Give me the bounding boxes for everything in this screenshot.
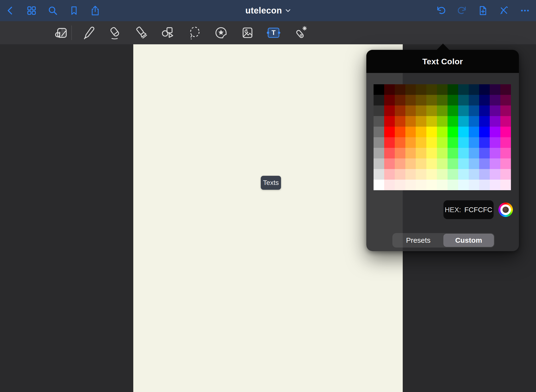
color-swatch[interactable] (426, 84, 437, 95)
laser-pointer-tool-button[interactable] (292, 24, 309, 41)
color-swatch[interactable] (374, 148, 384, 158)
color-swatch[interactable] (500, 169, 511, 180)
color-swatch[interactable] (490, 84, 500, 95)
bookmark-button[interactable] (67, 4, 81, 17)
color-swatch[interactable] (448, 148, 458, 158)
color-swatch[interactable] (416, 137, 426, 148)
color-swatch[interactable] (448, 116, 458, 127)
document-title-button[interactable]: utelecon (245, 0, 291, 21)
color-swatch[interactable] (469, 116, 479, 127)
color-swatch[interactable] (437, 180, 448, 190)
color-swatch[interactable] (469, 148, 479, 158)
color-swatch[interactable] (458, 158, 469, 169)
color-swatch[interactable] (405, 180, 416, 190)
text-tool-button[interactable]: T (265, 24, 282, 41)
color-swatch[interactable] (458, 95, 469, 105)
stylus-toggle-button[interactable] (497, 4, 510, 17)
color-swatch[interactable] (395, 127, 405, 137)
color-swatch[interactable] (469, 95, 479, 105)
color-swatch[interactable] (416, 169, 426, 180)
color-swatch[interactable] (500, 148, 511, 158)
color-swatch[interactable] (500, 180, 511, 190)
color-swatch[interactable] (479, 84, 490, 95)
eraser-tool-button[interactable] (107, 24, 123, 41)
color-swatch[interactable] (448, 95, 458, 105)
hex-value-field[interactable]: HEX: FCFCFC (443, 200, 494, 219)
color-swatch[interactable] (374, 95, 384, 105)
color-swatch[interactable] (374, 116, 384, 127)
image-tool-button[interactable] (239, 24, 256, 41)
color-swatch[interactable] (479, 180, 490, 190)
color-swatch[interactable] (405, 148, 416, 158)
tab-custom[interactable]: Custom (443, 234, 494, 247)
add-page-button[interactable] (476, 4, 490, 17)
color-swatch[interactable] (490, 158, 500, 169)
color-swatch[interactable] (448, 169, 458, 180)
color-swatch[interactable] (416, 116, 426, 127)
color-swatch[interactable] (426, 95, 437, 105)
color-swatch[interactable] (458, 180, 469, 190)
color-swatch[interactable] (416, 158, 426, 169)
color-swatch[interactable] (426, 158, 437, 169)
color-swatch[interactable] (490, 95, 500, 105)
color-swatch[interactable] (458, 148, 469, 158)
search-button[interactable] (46, 4, 60, 17)
color-swatch[interactable] (374, 105, 384, 116)
color-swatch[interactable] (458, 116, 469, 127)
color-swatch[interactable] (416, 105, 426, 116)
color-swatch[interactable] (479, 169, 490, 180)
color-swatch[interactable] (458, 84, 469, 95)
color-swatch[interactable] (395, 180, 405, 190)
color-swatch[interactable] (490, 127, 500, 137)
color-swatch[interactable] (374, 169, 384, 180)
color-swatch[interactable] (490, 116, 500, 127)
color-swatch[interactable] (437, 148, 448, 158)
color-swatch[interactable] (469, 84, 479, 95)
color-swatch[interactable] (384, 148, 395, 158)
pages-overview-button[interactable] (25, 4, 38, 17)
shapes-tool-button[interactable] (160, 24, 176, 41)
color-swatch[interactable] (458, 169, 469, 180)
color-swatch[interactable] (426, 148, 437, 158)
color-swatch[interactable] (405, 84, 416, 95)
color-swatch[interactable] (416, 127, 426, 137)
color-swatch[interactable] (374, 180, 384, 190)
color-swatch[interactable] (437, 84, 448, 95)
color-swatch[interactable] (374, 137, 384, 148)
color-swatch[interactable] (405, 95, 416, 105)
color-swatch[interactable] (374, 158, 384, 169)
color-swatch[interactable] (479, 95, 490, 105)
color-swatch[interactable] (448, 127, 458, 137)
color-swatch[interactable] (416, 95, 426, 105)
color-swatch[interactable] (426, 105, 437, 116)
color-swatch[interactable] (405, 127, 416, 137)
color-swatch[interactable] (458, 137, 469, 148)
color-swatch[interactable] (374, 84, 384, 95)
color-swatch[interactable] (437, 105, 448, 116)
editing-mode-button[interactable] (53, 24, 69, 41)
color-swatch[interactable] (479, 116, 490, 127)
stickers-tool-button[interactable] (213, 24, 229, 41)
color-swatch[interactable] (479, 105, 490, 116)
pen-tool-button[interactable] (80, 24, 97, 41)
color-swatch[interactable] (384, 180, 395, 190)
color-swatch[interactable] (395, 116, 405, 127)
color-swatch[interactable] (458, 127, 469, 137)
color-swatch[interactable] (500, 137, 511, 148)
note-page[interactable]: Texts (133, 44, 403, 392)
color-swatch[interactable] (448, 180, 458, 190)
color-swatch[interactable] (437, 158, 448, 169)
color-swatch[interactable] (448, 158, 458, 169)
color-swatch[interactable] (384, 95, 395, 105)
color-swatch[interactable] (448, 84, 458, 95)
color-swatch[interactable] (500, 158, 511, 169)
color-swatch[interactable] (490, 148, 500, 158)
color-swatch[interactable] (384, 105, 395, 116)
color-swatch[interactable] (426, 127, 437, 137)
color-swatch[interactable] (395, 169, 405, 180)
color-swatch[interactable] (448, 105, 458, 116)
color-swatch[interactable] (448, 137, 458, 148)
color-swatch[interactable] (384, 137, 395, 148)
color-swatch[interactable] (395, 95, 405, 105)
text-object[interactable]: Texts (261, 176, 281, 190)
